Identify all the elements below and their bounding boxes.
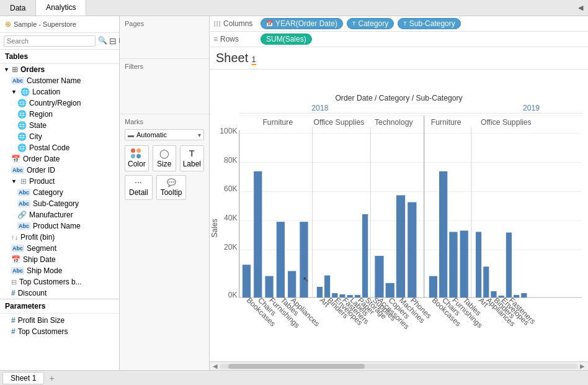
columns-shelf: ⁞⁞⁞ Columns 📅 YEAR(Order Date) T Categor…: [210, 16, 588, 32]
rows-icon: ≡: [213, 35, 218, 43]
fields-list: ▼ ⊞ Orders Abc Customer Name ▼ 🌐 Locatio…: [0, 64, 119, 370]
svg-text:20K: 20K: [224, 243, 238, 251]
add-sheet-button[interactable]: +: [44, 372, 59, 384]
label-button[interactable]: T Label: [180, 145, 204, 171]
tab-data[interactable]: Data: [0, 0, 36, 16]
sheet-number: 1: [252, 55, 256, 65]
bar: [439, 171, 447, 297]
field-order-id[interactable]: Abc Order ID: [0, 165, 119, 176]
tables-header: Tables: [0, 50, 119, 64]
field-profit-bin[interactable]: ↑↓ Profit (bin): [0, 232, 119, 243]
tab-analytics[interactable]: Analytics: [36, 0, 86, 16]
bar: [483, 266, 489, 297]
field-top-customers[interactable]: ⊟ Top Customers b...: [0, 276, 119, 288]
search-input[interactable]: [4, 35, 96, 47]
city-geo-icon: 🌐: [17, 132, 27, 141]
param-top-customers[interactable]: # Top Customers: [0, 326, 119, 337]
field-manufacturer[interactable]: 🔗 Manufacturer: [0, 209, 119, 220]
size-button[interactable]: ◯ Size: [153, 145, 176, 171]
field-state[interactable]: 🌐 State: [0, 120, 119, 131]
pill-subcat-icon: T: [403, 20, 407, 27]
field-region[interactable]: 🌐 Region: [0, 109, 119, 120]
country-geo-icon: 🌐: [17, 99, 27, 107]
field-product-group[interactable]: ▼ ⊞ Product: [0, 176, 119, 187]
cat-furniture-label: Furniture: [262, 118, 293, 127]
field-discount[interactable]: # Discount: [0, 288, 119, 299]
order-id-label: Order ID: [27, 166, 55, 174]
scroll-left-arrow[interactable]: ◀: [211, 363, 220, 369]
field-customer-name[interactable]: Abc Customer Name: [0, 75, 119, 86]
product-label: Product: [29, 177, 55, 186]
field-postal[interactable]: 🌐 Postal Code: [0, 142, 119, 153]
field-product-name[interactable]: Abc Product Name: [0, 220, 119, 232]
field-ship-date[interactable]: 📅 Ship Date: [0, 254, 119, 265]
bottom-tab-sheet1[interactable]: Sheet 1: [2, 372, 44, 384]
state-geo-icon: 🌐: [17, 121, 27, 130]
color-button[interactable]: Color: [125, 145, 149, 171]
field-segment[interactable]: Abc Segment: [0, 243, 119, 254]
filter-icon[interactable]: ⊟: [109, 36, 117, 46]
bar: [362, 214, 368, 297]
marks-dropdown-arrow: ▾: [198, 132, 201, 138]
marks-title: Marks: [125, 118, 204, 125]
filters-section: Filters: [120, 59, 209, 114]
columns-pill-year[interactable]: 📅 YEAR(Order Date): [261, 18, 343, 29]
top-tabs: Data Analytics ◀: [0, 0, 588, 16]
collapse-button[interactable]: ◀: [573, 0, 588, 16]
orders-label: Orders: [20, 65, 45, 74]
detail-button[interactable]: ⋯ Detail: [125, 175, 153, 200]
columns-text: Columns: [223, 19, 252, 28]
marks-dropdown[interactable]: ▬ Automatic ▾: [125, 129, 204, 140]
detail-label: Detail: [129, 188, 148, 197]
left-panel: ⊕ Sample - Superstore 🔍 ⊟ ⊞ ▾ Tables ▼ ⊞…: [0, 16, 120, 370]
field-city[interactable]: 🌐 City: [0, 131, 119, 142]
color-dots: [131, 148, 142, 158]
profit-bin-size-label: Profit Bin Size: [18, 316, 65, 325]
bar: [506, 232, 512, 297]
region-label: Region: [29, 110, 53, 119]
dot3: [131, 154, 135, 158]
bottom-tabs: Sheet 1 +: [0, 370, 588, 385]
bar: [300, 222, 308, 297]
pages-label: Pages: [125, 20, 204, 27]
pill-cat-label: Category: [359, 19, 389, 28]
search-row: 🔍 ⊟ ⊞ ▾: [0, 33, 119, 50]
pill-year-label: YEAR(Order Date): [275, 19, 337, 28]
columns-pill-category[interactable]: T Category: [347, 18, 394, 29]
columns-pill-subcategory[interactable]: T Sub-Category: [398, 18, 461, 29]
cursor-icon: ↖: [303, 275, 309, 284]
field-sub-category[interactable]: Abc Sub-Category: [0, 198, 119, 209]
chart-area: Order Date / Category / Sub-Category 201…: [210, 70, 588, 370]
field-country[interactable]: 🌐 Country/Region: [0, 97, 119, 109]
top-cust-icon: ⊟: [11, 278, 17, 286]
bar: [476, 232, 481, 297]
rows-shelf: ≡ Rows SUM(Sales): [210, 32, 588, 47]
orders-header[interactable]: ▼ ⊞ Orders: [0, 64, 119, 75]
profit-bin-icon: ↑↓: [11, 233, 18, 241]
field-ship-mode[interactable]: Abc Ship Mode: [0, 265, 119, 276]
cat-office-label: Office Supplies: [314, 118, 365, 127]
field-location-group[interactable]: ▼ 🌐 Location: [0, 86, 119, 97]
orders-expand-icon: ▼: [4, 66, 9, 73]
bar: [429, 276, 437, 298]
pill-sales-label: SUM(Sales): [266, 35, 306, 43]
field-order-date[interactable]: 📅 Order Date: [0, 153, 119, 165]
order-date-icon: 📅: [11, 155, 20, 163]
tooltip-button[interactable]: 💬 Tooltip: [156, 175, 187, 200]
rows-pill-sales[interactable]: SUM(Sales): [261, 34, 312, 45]
bar: [460, 230, 468, 297]
rows-text: Rows: [220, 35, 239, 43]
pill-cat-icon: T: [352, 20, 356, 27]
manufacturer-icon: 🔗: [17, 211, 27, 219]
location-label: Location: [32, 88, 60, 96]
search-icon[interactable]: 🔍: [98, 36, 107, 46]
field-category[interactable]: Abc Category: [0, 187, 119, 198]
scroll-thumb[interactable]: [228, 364, 365, 369]
chart-scrollbar[interactable]: ◀ ▶: [210, 361, 588, 370]
scroll-right-arrow[interactable]: ▶: [578, 363, 587, 369]
pill-year-icon: 📅: [266, 20, 273, 27]
ship-mode-label: Ship Mode: [27, 266, 62, 275]
param-profit-bin[interactable]: # Profit Bin Size: [0, 315, 119, 326]
marks-auto-icon: ▬: [128, 132, 134, 138]
scroll-track[interactable]: [220, 364, 578, 369]
